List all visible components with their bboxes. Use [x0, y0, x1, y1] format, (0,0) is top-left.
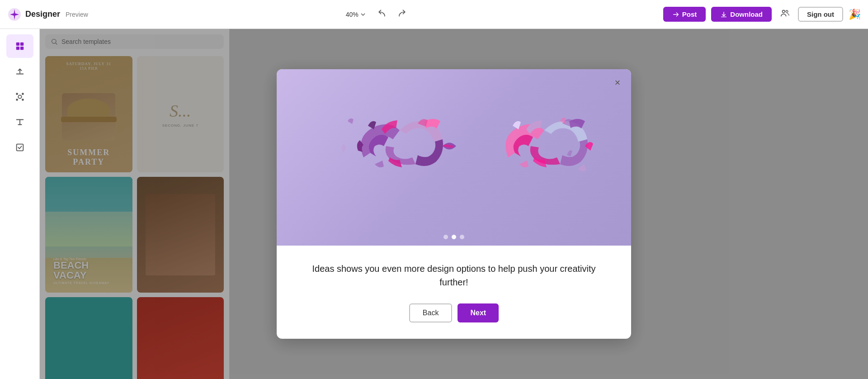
modal-close-button[interactable]: × [610, 76, 625, 90]
undo-button[interactable] [375, 6, 389, 23]
sidebar [0, 29, 40, 379]
svg-rect-5 [16, 47, 19, 50]
sidebar-item-tasks[interactable] [6, 136, 33, 159]
text-icon [15, 117, 25, 127]
app-name: Designer [25, 9, 60, 19]
svg-rect-4 [20, 43, 23, 46]
elements-icon [15, 92, 25, 102]
modal-hero-image [309, 81, 599, 234]
celebrate-icon[interactable]: 🎉 [849, 9, 861, 20]
svg-point-9 [22, 93, 24, 95]
redo-button[interactable] [395, 6, 409, 23]
topbar-right: Post Download Sign out 🎉 [663, 5, 861, 23]
close-icon: × [615, 77, 621, 89]
main-area: SATURDAY, JULY 3115A PIER SUMMERPARTY S.… [40, 29, 868, 379]
top-bar: Designer Preview 40% Post Download Sign … [0, 0, 868, 29]
back-button[interactable]: Back [409, 303, 453, 322]
zoom-control[interactable]: 40% [342, 9, 369, 20]
sidebar-item-templates[interactable] [6, 34, 33, 58]
svg-rect-6 [20, 47, 23, 50]
download-label: Download [730, 10, 763, 18]
signout-label: Sign out [807, 10, 834, 18]
download-icon [720, 11, 727, 18]
modal-dot-3[interactable] [460, 235, 464, 239]
modal-dots [443, 235, 464, 239]
svg-point-1 [783, 10, 785, 13]
modal-dot-2[interactable] [452, 235, 456, 239]
preview-label: Preview [66, 11, 88, 18]
svg-point-10 [16, 99, 18, 101]
svg-point-11 [22, 99, 24, 101]
signout-button[interactable]: Sign out [798, 7, 843, 22]
svg-rect-3 [16, 43, 19, 46]
share-icon [672, 11, 679, 18]
modal-dialog: × [277, 69, 631, 339]
modal-dot-1[interactable] [443, 235, 448, 239]
post-label: Post [682, 10, 697, 18]
modal-description: Ideas shows you even more design options… [298, 262, 609, 289]
modal-text-area: Ideas shows you even more design options… [277, 246, 631, 339]
svg-point-8 [16, 93, 18, 95]
topbar-center: 40% [88, 6, 663, 23]
grid-icon [15, 41, 25, 51]
modal-image-area: × [277, 69, 631, 246]
people-icon [780, 8, 790, 18]
undo-icon [377, 9, 387, 18]
chevron-down-icon [360, 12, 366, 17]
app-logo: Designer [7, 7, 60, 22]
sidebar-item-text[interactable] [6, 110, 33, 134]
modal-actions: Back Next [409, 303, 499, 322]
sparkle-icon [7, 7, 22, 22]
tasks-icon [15, 142, 25, 152]
svg-rect-12 [16, 144, 23, 151]
download-button[interactable]: Download [711, 7, 772, 22]
redo-icon [397, 9, 406, 18]
zoom-level: 40% [346, 11, 359, 18]
post-button[interactable]: Post [663, 7, 706, 22]
sidebar-item-upload[interactable] [6, 60, 33, 83]
sidebar-item-elements[interactable] [6, 85, 33, 109]
share-people-button[interactable] [777, 5, 793, 23]
svg-point-7 [18, 95, 21, 98]
next-button[interactable]: Next [458, 303, 499, 322]
upload-icon [15, 66, 25, 76]
svg-point-2 [786, 10, 788, 13]
